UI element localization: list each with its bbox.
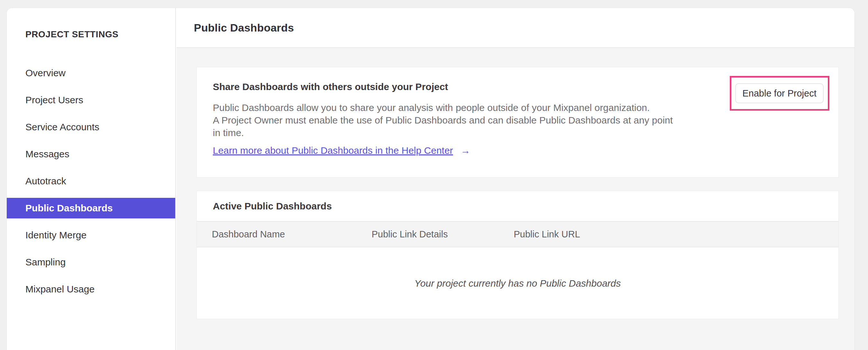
share-card-description-line: Public Dashboards allow you to share you…	[213, 101, 673, 114]
share-card-heading: Share Dashboards with others outside you…	[213, 81, 448, 92]
sidebar-item-autotrack[interactable]: Autotrack	[7, 171, 175, 192]
share-card-description-line: A Project Owner must enable the use of P…	[213, 114, 673, 126]
content-area: Share Dashboards with others outside you…	[177, 47, 855, 350]
column-header-dashboard-name: Dashboard Name	[212, 229, 372, 240]
page-title: Public Dashboards	[194, 8, 294, 47]
help-center-link[interactable]: Learn more about Public Dashboards in th…	[213, 145, 453, 156]
sidebar-item-overview[interactable]: Overview	[7, 63, 175, 83]
column-header-public-link-url: Public Link URL	[514, 229, 838, 240]
share-card-description-line: in time.	[213, 126, 673, 139]
help-center-link-row: Learn more about Public Dashboards in th…	[213, 145, 470, 156]
app-panel: Public Dashboards PROJECT SETTINGS Overv…	[6, 8, 855, 350]
sidebar-nav-list: Overview Project Users Service Accounts …	[7, 63, 175, 306]
settings-sidebar: PROJECT SETTINGS Overview Project Users …	[7, 8, 176, 350]
share-dashboards-card: Share Dashboards with others outside you…	[196, 67, 839, 178]
column-header-public-link-details: Public Link Details	[372, 229, 514, 240]
arrow-right-icon: →	[461, 145, 470, 156]
active-card-heading: Active Public Dashboards	[213, 191, 332, 221]
sidebar-item-project-users[interactable]: Project Users	[7, 90, 175, 110]
share-card-description: Public Dashboards allow you to share you…	[213, 101, 673, 139]
project-settings-screen: Public Dashboards PROJECT SETTINGS Overv…	[0, 0, 868, 350]
dashboards-table-header: Dashboard Name Public Link Details Publi…	[197, 221, 838, 247]
empty-state-message: Your project currently has no Public Das…	[197, 247, 838, 319]
active-dashboards-card: Active Public Dashboards Dashboard Name …	[196, 191, 839, 319]
sidebar-item-identity-merge[interactable]: Identity Merge	[7, 225, 175, 245]
sidebar-item-service-accounts[interactable]: Service Accounts	[7, 117, 175, 137]
sidebar-item-messages[interactable]: Messages	[7, 144, 175, 165]
sidebar-item-public-dashboards[interactable]: Public Dashboards	[7, 198, 175, 218]
sidebar-title: PROJECT SETTINGS	[25, 29, 119, 39]
sidebar-item-mixpanel-usage[interactable]: Mixpanel Usage	[7, 279, 175, 299]
enable-for-project-button[interactable]: Enable for Project	[735, 83, 824, 103]
sidebar-item-sampling[interactable]: Sampling	[7, 252, 175, 272]
